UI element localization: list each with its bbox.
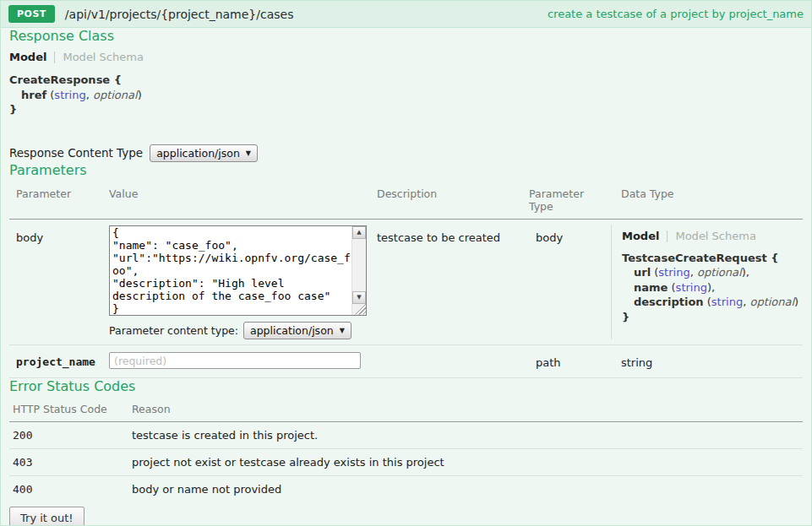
parameter-name: project_name (9, 352, 109, 370)
parameter-type: path (529, 352, 611, 370)
status-code: 403 (9, 456, 132, 469)
scroll-up-button[interactable]: ▲ (352, 226, 366, 239)
response-class-heading: Response Class (9, 28, 803, 44)
column-header-parameter-type: Parameter Type (529, 187, 611, 213)
property-name: url (634, 266, 651, 279)
tab-model[interactable]: Model (622, 230, 659, 243)
parameters-table-header: Parameter Value Description Parameter Ty… (9, 182, 803, 220)
error-row: 200 testcase is created in this project. (9, 422, 803, 449)
error-status-codes-heading: Error Status Codes (9, 378, 803, 394)
property-punct: ), (707, 281, 715, 294)
data-type-tabs: Model Model Schema (622, 230, 803, 243)
chevron-down-icon: ▼ (246, 147, 251, 160)
operation-header[interactable]: POST /api/v1/projects/{project_name}/cas… (1, 1, 811, 28)
property-punct: ( (668, 281, 675, 294)
signature-property: name (string), (622, 280, 803, 296)
tab-model[interactable]: Model (9, 51, 46, 64)
status-reason: body or name not provided (132, 483, 803, 496)
error-table-header: HTTP Status Code Reason (9, 398, 803, 422)
response-content-type-select[interactable]: application/json ▼ (150, 144, 258, 162)
property-type: string (54, 89, 85, 101)
parameter-data-type-cell: Model Model Schema TestcaseCreateRequest… (611, 225, 803, 339)
scroll-down-icon: ▼ (357, 295, 361, 301)
property-punct: , (86, 89, 93, 101)
column-header-value: Value (109, 187, 377, 213)
parameter-value-cell (109, 352, 377, 370)
property-type: string (711, 296, 743, 308)
status-reason: testcase is created in this project. (132, 429, 803, 442)
property-punct: ), (742, 266, 749, 279)
signature-class-close: } (9, 102, 803, 117)
error-row: 400 body or name not provided (9, 476, 803, 502)
status-code: 400 (9, 483, 132, 496)
property-flag: optional (749, 296, 794, 308)
body-value-editor: { "name": "case_foo", "url":"https://wik… (109, 225, 367, 316)
tab-separator (54, 52, 55, 63)
column-header-parameter: Parameter (9, 187, 109, 213)
project-name-input[interactable] (109, 352, 361, 369)
endpoint-path-link[interactable]: /api/v1/projects/{project_name}/cases (65, 8, 294, 21)
signature-property: description (string, optional) (622, 295, 803, 310)
response-class-signature: CreateResponse { href (string, optional)… (9, 73, 803, 117)
property-type: string (676, 281, 707, 294)
parameter-description (377, 352, 529, 370)
parameter-content-type-select[interactable]: application/json ▼ (243, 322, 352, 339)
column-header-reason: Reason (132, 403, 803, 415)
property-punct: ( (704, 296, 711, 308)
chevron-down-icon: ▼ (340, 324, 345, 337)
error-row: 403 project not exist or testcase alread… (9, 449, 803, 476)
column-header-data-type: Data Type (611, 187, 803, 213)
property-name: name (634, 281, 668, 294)
try-it-out-button[interactable]: Try it out! (9, 507, 84, 526)
property-type: string (658, 266, 689, 279)
parameter-row-project-name: project_name path string (9, 345, 803, 379)
parameter-content-type-row: Parameter content type: application/json… (109, 322, 377, 339)
parameter-description: testcase to be created (377, 225, 529, 339)
property-punct: , (690, 266, 697, 279)
signature-property: href (string, optional) (9, 88, 803, 103)
resize-grip-icon[interactable] (352, 304, 366, 315)
selected-content-type: application/json (250, 324, 334, 337)
property-punct: ) (138, 89, 142, 101)
body-parameter-textarea[interactable]: { "name": "case_foo", "url":"https://wik… (110, 226, 352, 315)
signature-class-close: } (622, 310, 803, 325)
status-reason: project not exist or testcase already ex… (132, 456, 803, 469)
parameter-type: body (529, 225, 611, 339)
parameter-row-body: body { "name": "case_foo", "url":"https:… (9, 220, 803, 345)
response-content-type-row: Response Content Type application/json ▼ (9, 144, 803, 162)
swagger-operation-panel: POST /api/v1/projects/{project_name}/cas… (0, 0, 812, 526)
signature-class-open: CreateResponse { (9, 73, 803, 88)
signature-class-open: TestcaseCreateRequest { (622, 251, 803, 266)
status-code: 200 (9, 429, 132, 442)
scrollbar-track[interactable] (352, 239, 366, 291)
http-method-badge: POST (8, 5, 55, 23)
parameter-data-type: string (611, 352, 803, 370)
parameters-heading: Parameters (9, 162, 803, 178)
parameter-value-cell: { "name": "case_foo", "url":"https://wik… (109, 225, 377, 339)
operation-summary-link[interactable]: create a testcase of a project by projec… (548, 8, 804, 20)
property-flag: optional (93, 89, 138, 101)
column-header-description: Description (377, 187, 529, 213)
scroll-down-button[interactable]: ▼ (352, 291, 366, 304)
property-name: description (634, 296, 704, 308)
request-signature: TestcaseCreateRequest { url (string, opt… (622, 251, 803, 325)
property-punct: ) (794, 296, 798, 308)
property-punct: ( (46, 89, 54, 101)
scroll-up-icon: ▲ (357, 230, 361, 236)
signature-property: url (string, optional), (622, 265, 803, 280)
column-header-http-status-code: HTTP Status Code (9, 403, 132, 415)
selected-content-type: application/json (156, 147, 240, 160)
property-name: href (21, 89, 46, 101)
operation-content: Response Class Model Model Schema Create… (1, 28, 811, 526)
response-content-type-label: Response Content Type (9, 146, 143, 160)
tab-model-schema[interactable]: Model Schema (675, 230, 755, 243)
textarea-scrollbar[interactable]: ▲ ▼ (352, 226, 366, 315)
response-class-tabs: Model Model Schema (9, 51, 803, 64)
property-flag: optional (697, 266, 742, 279)
parameter-content-type-label: Parameter content type: (109, 324, 238, 337)
parameter-name: body (9, 225, 109, 339)
property-punct: ( (651, 266, 658, 279)
tab-model-schema[interactable]: Model Schema (63, 51, 143, 64)
tab-separator (667, 230, 668, 242)
